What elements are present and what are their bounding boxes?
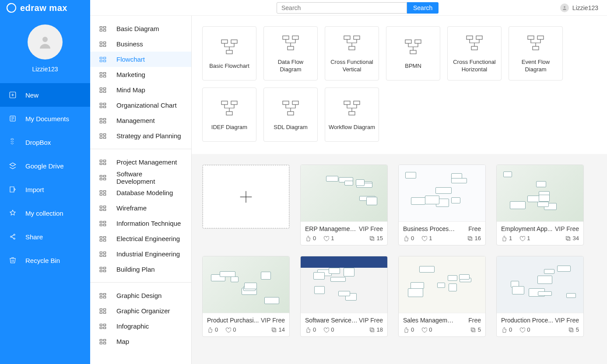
- nav-item-import[interactable]: Import: [0, 178, 90, 201]
- template-card[interactable]: Product Purchasi...VIP Free0014: [202, 256, 290, 337]
- nav-item-share[interactable]: Share: [0, 225, 90, 248]
- category-graphic-design[interactable]: Graphic Design: [90, 288, 191, 303]
- svg-rect-91: [292, 36, 298, 39]
- like-count[interactable]: 1: [501, 235, 512, 242]
- category-icon: [99, 292, 107, 300]
- fav-count[interactable]: 0: [225, 326, 236, 333]
- template-card[interactable]: Production Proce...VIP Free005: [496, 256, 584, 337]
- svg-rect-106: [231, 101, 237, 105]
- diagram-type-label: Cross Functional Vertical: [329, 59, 375, 74]
- category-map[interactable]: Map: [90, 334, 191, 349]
- svg-rect-78: [104, 312, 106, 313]
- nav-item-my-collection[interactable]: My collection: [0, 201, 90, 225]
- template-thumbnail: [497, 165, 583, 222]
- nav-icon: [9, 186, 17, 193]
- category-mind-map[interactable]: Mind Map: [90, 82, 191, 98]
- category-organizational-chart[interactable]: Organizational Chart: [90, 98, 191, 113]
- template-card[interactable]: Business Process Mo...Free0116: [398, 164, 486, 245]
- diagram-type-idef-diagram[interactable]: IDEF Diagram: [202, 88, 256, 142]
- nav-item-my-documents[interactable]: My Documents: [0, 107, 90, 130]
- search-button[interactable]: Search: [407, 2, 439, 14]
- nav-item-new[interactable]: New: [0, 83, 90, 107]
- category-flowchart[interactable]: Flowchart: [90, 52, 191, 67]
- category-wireframe[interactable]: Wireframe: [90, 200, 191, 216]
- svg-rect-60: [104, 236, 106, 238]
- svg-rect-89: [226, 50, 232, 54]
- template-card[interactable]: Sales Management C...Free005: [398, 256, 486, 337]
- nav-label: Share: [25, 233, 43, 241]
- fav-count[interactable]: 0: [519, 326, 530, 333]
- copy-count[interactable]: 14: [271, 326, 285, 333]
- template-card[interactable]: ERP Managemen...VIP Free0115: [300, 164, 388, 245]
- category-infographic[interactable]: Infographic: [90, 318, 191, 334]
- category-management[interactable]: Management: [90, 113, 191, 128]
- copy-count[interactable]: 15: [369, 235, 383, 242]
- diagram-type-icon: [219, 37, 240, 58]
- copy-count[interactable]: 34: [565, 235, 579, 242]
- category-icon: [99, 158, 107, 166]
- like-count[interactable]: 0: [207, 326, 218, 333]
- diagram-type-cross-functional-vertical[interactable]: Cross Functional Vertical: [325, 26, 379, 80]
- copy-count[interactable]: 5: [470, 326, 481, 333]
- svg-rect-83: [100, 339, 102, 341]
- template-new-blank[interactable]: [202, 164, 290, 229]
- svg-rect-114: [371, 237, 374, 240]
- category-basic-diagram[interactable]: Basic Diagram: [90, 21, 191, 36]
- template-card[interactable]: Employment App...VIP Free1134: [496, 164, 584, 245]
- category-database-modeling[interactable]: Database Modeling: [90, 185, 191, 200]
- nav-item-google-drive[interactable]: Google Drive: [0, 154, 90, 178]
- category-business[interactable]: Business: [90, 36, 191, 52]
- copy-count[interactable]: 5: [568, 326, 579, 333]
- fav-count[interactable]: 1: [421, 235, 432, 242]
- svg-rect-121: [272, 328, 275, 331]
- like-count[interactable]: 0: [403, 326, 414, 333]
- diagram-type-grid: Basic FlowchartData Flow DiagramCross Fu…: [192, 16, 607, 154]
- svg-rect-39: [100, 160, 102, 161]
- copy-count[interactable]: 18: [369, 326, 383, 333]
- avatar[interactable]: [28, 24, 63, 60]
- avatar-icon: [560, 4, 569, 12]
- svg-rect-80: [104, 324, 106, 326]
- category-graphic-organizer[interactable]: Graphic Organizer: [90, 303, 191, 318]
- diagram-type-data-flow-diagram[interactable]: Data Flow Diagram: [263, 26, 318, 80]
- nav-item-recycle-bin[interactable]: Recycle Bin: [0, 248, 90, 272]
- diagram-type-event-flow-diagram[interactable]: Event Flow Diagram: [509, 26, 563, 80]
- nav-label: My collection: [25, 210, 63, 217]
- category-label: Flowchart: [116, 56, 145, 63]
- diagram-type-sdl-diagram[interactable]: SDL Diagram: [263, 88, 318, 142]
- category-software-development[interactable]: Software Development: [90, 170, 191, 185]
- category-information-technique[interactable]: Information Technique: [90, 216, 191, 231]
- svg-point-128: [564, 6, 565, 8]
- nav-label: DropBox: [25, 139, 51, 146]
- nav-item-dropbox[interactable]: DropBox: [0, 130, 90, 154]
- like-count[interactable]: 0: [403, 235, 414, 242]
- svg-rect-100: [476, 36, 482, 39]
- search-input[interactable]: [277, 2, 407, 14]
- diagram-type-basic-flowchart[interactable]: Basic Flowchart: [202, 26, 256, 80]
- fav-count[interactable]: 0: [323, 326, 334, 333]
- category-project-management[interactable]: Project Management: [90, 154, 191, 170]
- category-strategy-and-planning[interactable]: Strategy and Planning: [90, 128, 191, 144]
- like-count[interactable]: 0: [305, 326, 316, 333]
- like-count[interactable]: 0: [501, 326, 512, 333]
- svg-rect-115: [370, 236, 373, 239]
- diagram-type-bpmn[interactable]: BPMN: [386, 26, 440, 80]
- fav-count[interactable]: 1: [519, 235, 530, 242]
- svg-rect-65: [100, 255, 102, 256]
- category-label: Management: [116, 117, 155, 124]
- category-electrical-engineering[interactable]: Electrical Engineering: [90, 231, 191, 246]
- like-count[interactable]: 0: [305, 235, 316, 242]
- svg-rect-125: [471, 328, 474, 331]
- template-card[interactable]: Software Service ...VIP Free0018: [300, 256, 388, 337]
- diagram-type-workflow-diagram[interactable]: Workflow Diagram: [325, 88, 379, 142]
- category-building-plan[interactable]: Building Plan: [90, 262, 191, 277]
- diagram-type-cross-functional-horizontal[interactable]: Cross Functional Horizontal: [447, 26, 502, 80]
- svg-rect-54: [104, 209, 106, 210]
- header-user[interactable]: Lizzie123: [560, 4, 598, 12]
- fav-count[interactable]: 0: [421, 326, 432, 333]
- copy-count[interactable]: 16: [467, 235, 481, 242]
- template-price: VIP Free: [359, 225, 383, 232]
- category-industrial-engineering[interactable]: Industrial Engineering: [90, 246, 191, 262]
- category-marketing[interactable]: Marketing: [90, 67, 191, 82]
- fav-count[interactable]: 1: [323, 235, 334, 242]
